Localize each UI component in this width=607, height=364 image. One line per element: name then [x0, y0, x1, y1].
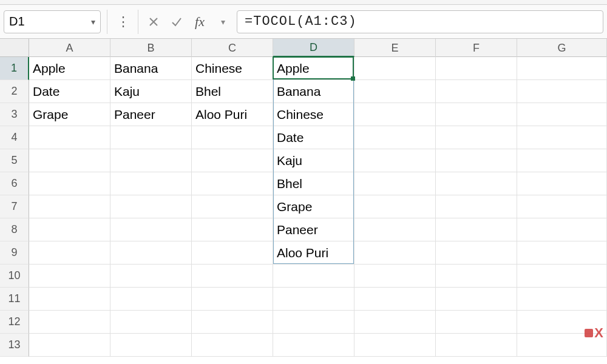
cell-D7[interactable]: Grape [273, 195, 354, 218]
cell-B12[interactable] [110, 311, 192, 334]
cell-G3[interactable] [517, 103, 607, 126]
cell-F6[interactable] [436, 172, 517, 195]
cell-A10[interactable] [29, 265, 110, 288]
row-header-8[interactable]: 8 [0, 218, 29, 241]
cell-A8[interactable] [29, 218, 110, 241]
enter-icon[interactable] [168, 10, 186, 33]
cell-B5[interactable] [110, 149, 192, 172]
fx-icon[interactable]: fx [191, 10, 209, 33]
cell-E2[interactable] [354, 80, 436, 103]
cancel-icon[interactable] [144, 10, 163, 33]
cell-D11[interactable] [273, 288, 354, 311]
cell-B9[interactable] [110, 241, 192, 265]
cell-G4[interactable] [517, 126, 607, 149]
column-header-A[interactable]: A [29, 39, 110, 57]
cell-A7[interactable] [29, 195, 110, 218]
cell-C10[interactable] [192, 265, 273, 288]
column-header-E[interactable]: E [354, 39, 436, 57]
cell-F9[interactable] [436, 241, 517, 265]
cell-F5[interactable] [436, 149, 517, 172]
cell-D6[interactable]: Bhel [273, 172, 354, 195]
cell-B1[interactable]: Banana [110, 57, 192, 80]
cell-C7[interactable] [192, 195, 273, 218]
cell-E1[interactable] [354, 57, 436, 80]
cell-C11[interactable] [192, 288, 273, 311]
cell-A9[interactable] [29, 241, 110, 265]
cell-F12[interactable] [436, 311, 517, 334]
name-box[interactable]: D1 ▾ [4, 10, 101, 33]
cell-G6[interactable] [517, 172, 607, 195]
cell-C9[interactable] [192, 241, 273, 265]
row-header-3[interactable]: 3 [0, 103, 29, 126]
column-header-C[interactable]: C [192, 39, 273, 57]
row-header-12[interactable]: 12 [0, 311, 29, 334]
cell-C12[interactable] [192, 311, 273, 334]
cell-D2[interactable]: Banana [273, 80, 354, 103]
row-header-4[interactable]: 4 [0, 126, 29, 149]
cell-A5[interactable] [29, 149, 110, 172]
cell-B6[interactable] [110, 172, 192, 195]
cell-F13[interactable] [436, 334, 517, 357]
cell-G11[interactable] [517, 288, 607, 311]
cell-A12[interactable] [29, 311, 110, 334]
cell-D4[interactable]: Date [273, 126, 354, 149]
cell-B8[interactable] [110, 218, 192, 241]
cell-C5[interactable] [192, 149, 273, 172]
cell-D10[interactable] [273, 265, 354, 288]
row-header-1[interactable]: 1 [0, 57, 29, 80]
cell-B3[interactable]: Paneer [110, 103, 192, 126]
cell-G1[interactable] [517, 57, 607, 80]
cell-G8[interactable] [517, 218, 607, 241]
cell-A6[interactable] [29, 172, 110, 195]
cell-C8[interactable] [192, 218, 273, 241]
cell-E5[interactable] [354, 149, 436, 172]
cell-C4[interactable] [192, 126, 273, 149]
cell-C13[interactable] [192, 334, 273, 357]
cell-C3[interactable]: Aloo Puri [192, 103, 273, 126]
cell-F4[interactable] [436, 126, 517, 149]
row-header-11[interactable]: 11 [0, 288, 29, 311]
cell-D9[interactable]: Aloo Puri [273, 241, 354, 265]
cell-grid[interactable]: AppleBananaChineseAppleDateKajuBhelBanan… [29, 57, 607, 357]
cell-A4[interactable] [29, 126, 110, 149]
cell-B13[interactable] [110, 334, 192, 357]
cell-E10[interactable] [354, 265, 436, 288]
row-header-9[interactable]: 9 [0, 241, 29, 265]
cell-G7[interactable] [517, 195, 607, 218]
cell-G9[interactable] [517, 241, 607, 265]
row-header-5[interactable]: 5 [0, 149, 29, 172]
cell-A3[interactable]: Grape [29, 103, 110, 126]
row-header-10[interactable]: 10 [0, 265, 29, 288]
row-header-2[interactable]: 2 [0, 80, 29, 103]
cell-F10[interactable] [436, 265, 517, 288]
cell-C6[interactable] [192, 172, 273, 195]
cell-E6[interactable] [354, 172, 436, 195]
cell-E7[interactable] [354, 195, 436, 218]
cell-A11[interactable] [29, 288, 110, 311]
cell-C2[interactable]: Bhel [192, 80, 273, 103]
cell-F8[interactable] [436, 218, 517, 241]
cell-C1[interactable]: Chinese [192, 57, 273, 80]
row-header-7[interactable]: 7 [0, 195, 29, 218]
cell-B4[interactable] [110, 126, 192, 149]
cell-G2[interactable] [517, 80, 607, 103]
formula-input[interactable]: =TOCOL(A1:C3) [237, 10, 603, 33]
cell-G10[interactable] [517, 265, 607, 288]
chevron-down-icon[interactable]: ▾ [91, 17, 95, 27]
row-header-13[interactable]: 13 [0, 334, 29, 357]
cell-E3[interactable] [354, 103, 436, 126]
cell-E13[interactable] [354, 334, 436, 357]
column-header-G[interactable]: G [517, 39, 607, 57]
row-header-6[interactable]: 6 [0, 172, 29, 195]
column-header-F[interactable]: F [436, 39, 517, 57]
cell-E11[interactable] [354, 288, 436, 311]
cell-E12[interactable] [354, 311, 436, 334]
more-icon[interactable]: ⋮ [114, 10, 132, 33]
chevron-down-icon[interactable]: ▾ [214, 10, 232, 33]
cell-B11[interactable] [110, 288, 192, 311]
cell-F11[interactable] [436, 288, 517, 311]
cell-E9[interactable] [354, 241, 436, 265]
cell-A2[interactable]: Date [29, 80, 110, 103]
cell-G5[interactable] [517, 149, 607, 172]
cell-D3[interactable]: Chinese [273, 103, 354, 126]
